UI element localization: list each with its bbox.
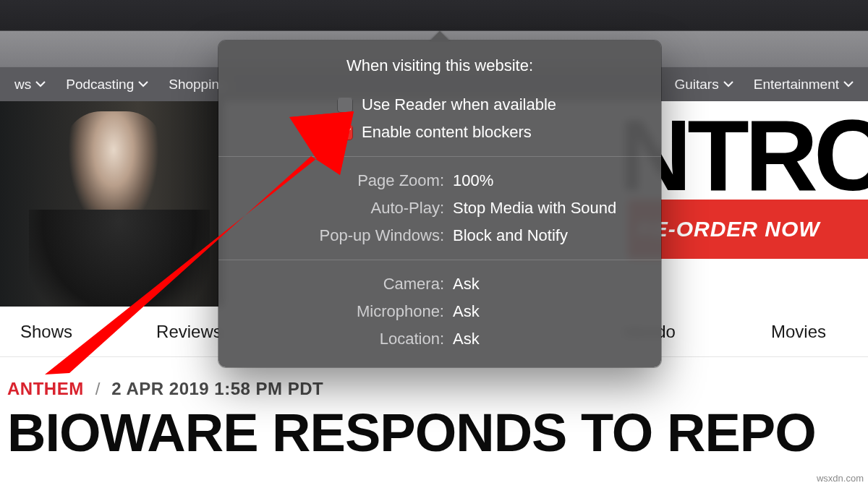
page-zoom-value: 100% [453, 171, 493, 190]
subnav-item-movies[interactable]: Movies [751, 322, 846, 342]
nav-label: Guitars [674, 77, 718, 93]
auto-play-value: Stop Media with Sound [453, 199, 616, 218]
article-date: 2 APR 2019 1:58 PM PDT [111, 379, 323, 399]
watermark: wsxdn.com [817, 473, 864, 484]
use-reader-row[interactable]: Use Reader when available [239, 91, 641, 119]
content-blockers-checkbox[interactable] [337, 124, 353, 140]
popover-title: When visiting this website: [218, 40, 661, 85]
chevron-down-icon [138, 81, 148, 87]
use-reader-label: Use Reader when available [362, 95, 556, 114]
article-category[interactable]: ANTHEM [7, 379, 84, 399]
divider [218, 260, 661, 260]
use-reader-checkbox[interactable] [337, 97, 353, 113]
hero-image [0, 101, 223, 307]
popover-arrow [430, 31, 450, 41]
window-titlebar [0, 0, 868, 30]
auto-play-row[interactable]: Auto-Play: Stop Media with Sound [239, 194, 641, 222]
page-zoom-label: Page Zoom: [239, 171, 453, 190]
preorder-label: RE-ORDER NOW [637, 217, 820, 241]
preorder-button[interactable]: RE-ORDER NOW [628, 200, 868, 259]
content-blockers-label: Enable content blockers [362, 123, 532, 142]
microphone-row[interactable]: Microphone: Ask [239, 298, 641, 325]
divider [218, 156, 661, 157]
microphone-value: Ask [453, 302, 480, 321]
page-zoom-row[interactable]: Page Zoom: 100% [239, 167, 641, 194]
nav-label: Podcasting [66, 77, 134, 93]
article-header: ANTHEM / 2 APR 2019 1:58 PM PDT BIOWARE … [7, 379, 868, 463]
nav-item-entertainment[interactable]: Entertainment [744, 67, 864, 101]
content-blockers-row[interactable]: Enable content blockers [239, 119, 641, 146]
auto-play-label: Auto-Play: [239, 199, 453, 218]
nav-item-podcasting[interactable]: Podcasting [56, 67, 158, 101]
chevron-down-icon [843, 81, 854, 87]
chevron-down-icon [723, 81, 733, 87]
camera-label: Camera: [239, 275, 453, 294]
microphone-label: Microphone: [239, 302, 453, 321]
subnav-item-shows[interactable]: Shows [0, 322, 93, 342]
popup-windows-row[interactable]: Pop-up Windows: Block and Notify [239, 222, 641, 249]
nav-item-ws[interactable]: ws [4, 67, 56, 101]
article-headline: BIOWARE RESPONDS TO REPO [7, 402, 868, 463]
nav-item-guitars[interactable]: Guitars [664, 67, 743, 101]
location-label: Location: [239, 330, 453, 348]
nav-label: Entertainment [754, 77, 839, 93]
camera-row[interactable]: Camera: Ask [239, 270, 641, 298]
chevron-down-icon [35, 81, 46, 87]
nav-label: ws [14, 77, 31, 93]
popup-windows-value: Block and Notify [453, 226, 568, 245]
location-value: Ask [453, 330, 480, 348]
website-settings-popover: When visiting this website: Use Reader w… [218, 40, 661, 367]
meta-separator: / [95, 379, 101, 399]
location-row[interactable]: Location: Ask [239, 325, 641, 353]
article-meta: ANTHEM / 2 APR 2019 1:58 PM PDT [7, 379, 868, 399]
popup-windows-label: Pop-up Windows: [239, 226, 453, 245]
camera-value: Ask [453, 275, 480, 294]
